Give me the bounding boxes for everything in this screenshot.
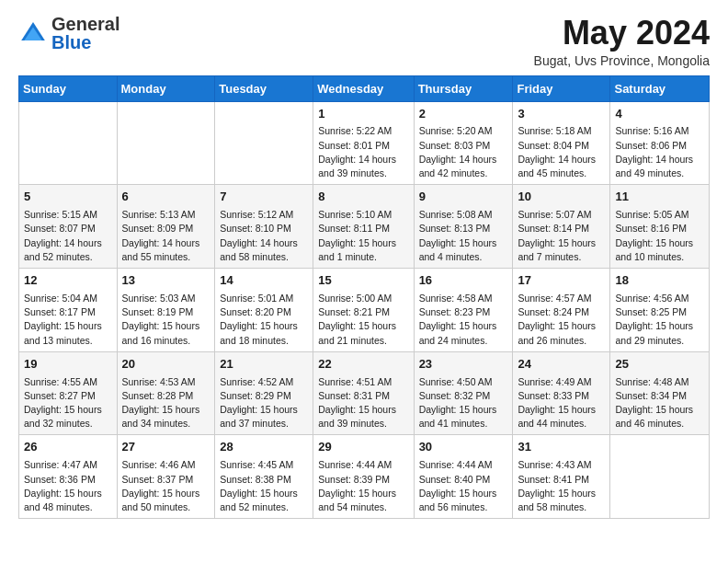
week-row-1: 1Sunrise: 5:22 AMSunset: 8:01 PMDaylight… <box>19 101 710 185</box>
col-wednesday: Wednesday <box>313 75 414 101</box>
logo: General Blue <box>18 15 119 52</box>
day-info: Sunrise: 5:10 AMSunset: 8:11 PMDaylight:… <box>318 208 408 264</box>
logo-blue: Blue <box>51 32 91 52</box>
day-number: 2 <box>419 106 508 123</box>
location: Bugat, Uvs Province, Mongolia <box>534 53 710 68</box>
calendar-cell: 1Sunrise: 5:22 AMSunset: 8:01 PMDaylight… <box>313 101 414 185</box>
week-row-4: 19Sunrise: 4:55 AMSunset: 8:27 PMDayligh… <box>19 351 710 435</box>
header: General Blue May 2024 Bugat, Uvs Provinc… <box>18 15 710 68</box>
day-number: 24 <box>518 356 605 373</box>
logo-text: General Blue <box>51 15 119 52</box>
col-tuesday: Tuesday <box>215 75 313 101</box>
day-info: Sunrise: 4:48 AMSunset: 8:34 PMDaylight:… <box>615 375 704 431</box>
day-number: 14 <box>220 272 308 290</box>
day-info: Sunrise: 5:01 AMSunset: 8:20 PMDaylight:… <box>220 292 308 348</box>
day-number: 5 <box>24 189 112 206</box>
day-number: 13 <box>122 272 210 290</box>
day-info: Sunrise: 5:03 AMSunset: 8:19 PMDaylight:… <box>122 292 210 348</box>
calendar: Sunday Monday Tuesday Wednesday Thursday… <box>18 75 710 520</box>
calendar-cell: 9Sunrise: 5:08 AMSunset: 8:13 PMDaylight… <box>414 185 513 269</box>
week-row-2: 5Sunrise: 5:15 AMSunset: 8:07 PMDaylight… <box>19 185 710 269</box>
day-number: 23 <box>419 356 508 373</box>
calendar-cell: 22Sunrise: 4:51 AMSunset: 8:31 PMDayligh… <box>313 351 414 435</box>
day-number: 16 <box>419 272 508 290</box>
calendar-cell: 2Sunrise: 5:20 AMSunset: 8:03 PMDaylight… <box>414 101 513 185</box>
day-number: 21 <box>220 356 308 373</box>
day-info: Sunrise: 4:58 AMSunset: 8:23 PMDaylight:… <box>419 292 508 348</box>
day-number: 25 <box>615 356 704 373</box>
week-row-3: 12Sunrise: 5:04 AMSunset: 8:17 PMDayligh… <box>19 269 710 352</box>
day-info: Sunrise: 5:12 AMSunset: 8:10 PMDaylight:… <box>220 208 308 264</box>
day-info: Sunrise: 4:51 AMSunset: 8:31 PMDaylight:… <box>318 375 408 431</box>
calendar-cell: 11Sunrise: 5:05 AMSunset: 8:16 PMDayligh… <box>610 185 710 269</box>
day-number: 9 <box>419 189 508 206</box>
day-info: Sunrise: 4:47 AMSunset: 8:36 PMDaylight:… <box>24 458 112 514</box>
col-sunday: Sunday <box>19 75 118 101</box>
calendar-cell: 25Sunrise: 4:48 AMSunset: 8:34 PMDayligh… <box>610 351 710 435</box>
day-info: Sunrise: 4:55 AMSunset: 8:27 PMDaylight:… <box>24 375 112 431</box>
day-info: Sunrise: 4:52 AMSunset: 8:29 PMDaylight:… <box>220 375 308 431</box>
calendar-cell: 23Sunrise: 4:50 AMSunset: 8:32 PMDayligh… <box>414 351 513 435</box>
calendar-cell: 13Sunrise: 5:03 AMSunset: 8:19 PMDayligh… <box>117 269 215 352</box>
calendar-cell <box>19 101 118 185</box>
day-info: Sunrise: 4:43 AMSunset: 8:41 PMDaylight:… <box>518 458 605 514</box>
day-number: 26 <box>24 439 112 456</box>
calendar-cell: 14Sunrise: 5:01 AMSunset: 8:20 PMDayligh… <box>215 269 313 352</box>
day-info: Sunrise: 4:44 AMSunset: 8:40 PMDaylight:… <box>419 458 508 514</box>
day-number: 1 <box>318 106 408 123</box>
day-info: Sunrise: 4:45 AMSunset: 8:38 PMDaylight:… <box>220 458 308 514</box>
day-number: 28 <box>220 439 308 456</box>
day-number: 29 <box>318 439 408 456</box>
day-number: 27 <box>122 439 210 456</box>
calendar-cell: 18Sunrise: 4:56 AMSunset: 8:25 PMDayligh… <box>610 269 710 352</box>
day-info: Sunrise: 5:07 AMSunset: 8:14 PMDaylight:… <box>518 208 605 264</box>
month-title: May 2024 <box>534 15 710 52</box>
day-info: Sunrise: 5:00 AMSunset: 8:21 PMDaylight:… <box>318 292 408 348</box>
header-row: Sunday Monday Tuesday Wednesday Thursday… <box>19 75 710 101</box>
day-number: 7 <box>220 189 308 206</box>
calendar-cell: 29Sunrise: 4:44 AMSunset: 8:39 PMDayligh… <box>313 435 414 519</box>
calendar-cell: 24Sunrise: 4:49 AMSunset: 8:33 PMDayligh… <box>513 351 610 435</box>
day-number: 19 <box>24 356 112 373</box>
day-number: 18 <box>615 272 704 290</box>
calendar-cell: 8Sunrise: 5:10 AMSunset: 8:11 PMDaylight… <box>313 185 414 269</box>
calendar-cell: 26Sunrise: 4:47 AMSunset: 8:36 PMDayligh… <box>19 435 118 519</box>
calendar-cell <box>610 435 710 519</box>
day-info: Sunrise: 4:50 AMSunset: 8:32 PMDaylight:… <box>419 375 508 431</box>
calendar-cell: 27Sunrise: 4:46 AMSunset: 8:37 PMDayligh… <box>117 435 215 519</box>
day-number: 17 <box>518 272 605 290</box>
calendar-cell: 20Sunrise: 4:53 AMSunset: 8:28 PMDayligh… <box>117 351 215 435</box>
calendar-cell: 6Sunrise: 5:13 AMSunset: 8:09 PMDaylight… <box>117 185 215 269</box>
col-thursday: Thursday <box>414 75 513 101</box>
calendar-cell: 28Sunrise: 4:45 AMSunset: 8:38 PMDayligh… <box>215 435 313 519</box>
col-friday: Friday <box>513 75 610 101</box>
calendar-cell: 17Sunrise: 4:57 AMSunset: 8:24 PMDayligh… <box>513 269 610 352</box>
calendar-cell: 10Sunrise: 5:07 AMSunset: 8:14 PMDayligh… <box>513 185 610 269</box>
calendar-cell: 7Sunrise: 5:12 AMSunset: 8:10 PMDaylight… <box>215 185 313 269</box>
col-saturday: Saturday <box>610 75 710 101</box>
calendar-cell: 19Sunrise: 4:55 AMSunset: 8:27 PMDayligh… <box>19 351 118 435</box>
calendar-cell: 3Sunrise: 5:18 AMSunset: 8:04 PMDaylight… <box>513 101 610 185</box>
day-info: Sunrise: 4:46 AMSunset: 8:37 PMDaylight:… <box>122 458 210 514</box>
day-number: 3 <box>518 106 605 123</box>
logo-general: General <box>51 14 119 34</box>
col-monday: Monday <box>117 75 215 101</box>
calendar-cell <box>117 101 215 185</box>
calendar-cell: 5Sunrise: 5:15 AMSunset: 8:07 PMDaylight… <box>19 185 118 269</box>
day-info: Sunrise: 4:53 AMSunset: 8:28 PMDaylight:… <box>122 375 210 431</box>
day-info: Sunrise: 4:49 AMSunset: 8:33 PMDaylight:… <box>518 375 605 431</box>
day-number: 12 <box>24 272 112 290</box>
day-info: Sunrise: 4:57 AMSunset: 8:24 PMDaylight:… <box>518 292 605 348</box>
day-info: Sunrise: 5:20 AMSunset: 8:03 PMDaylight:… <box>419 124 508 180</box>
calendar-cell: 30Sunrise: 4:44 AMSunset: 8:40 PMDayligh… <box>414 435 513 519</box>
calendar-cell: 15Sunrise: 5:00 AMSunset: 8:21 PMDayligh… <box>313 269 414 352</box>
day-info: Sunrise: 4:44 AMSunset: 8:39 PMDaylight:… <box>318 458 408 514</box>
day-info: Sunrise: 5:05 AMSunset: 8:16 PMDaylight:… <box>615 208 704 264</box>
day-info: Sunrise: 5:13 AMSunset: 8:09 PMDaylight:… <box>122 208 210 264</box>
logo-icon <box>18 18 48 48</box>
day-number: 10 <box>518 189 605 206</box>
day-number: 22 <box>318 356 408 373</box>
day-number: 31 <box>518 439 605 456</box>
calendar-cell: 4Sunrise: 5:16 AMSunset: 8:06 PMDaylight… <box>610 101 710 185</box>
calendar-cell: 21Sunrise: 4:52 AMSunset: 8:29 PMDayligh… <box>215 351 313 435</box>
